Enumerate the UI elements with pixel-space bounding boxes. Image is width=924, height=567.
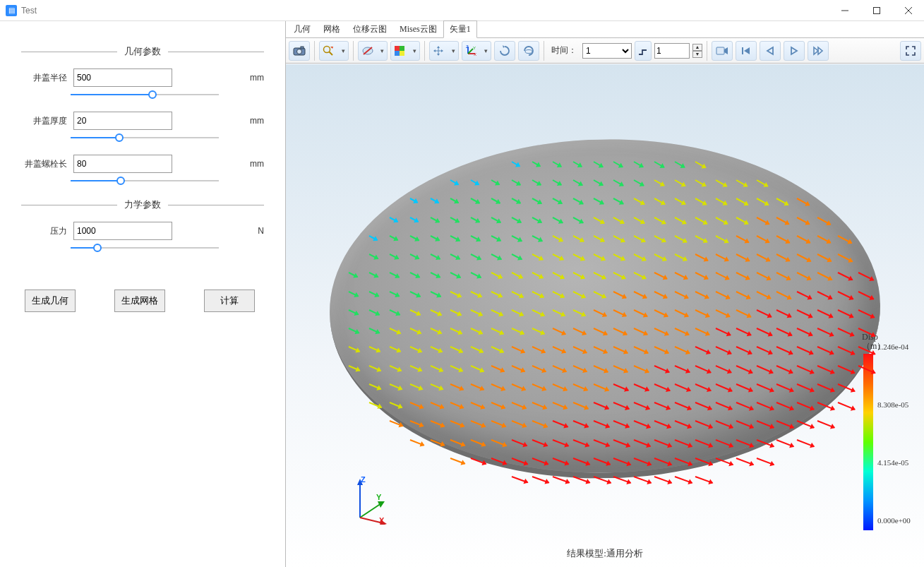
pressure-label: 压力 <box>21 225 71 237</box>
svg-line-27 <box>360 503 381 518</box>
pressure-unit: N <box>243 226 264 236</box>
vector-arrow <box>450 458 466 465</box>
svg-text:Y: Y <box>473 46 476 50</box>
legend-tick: 1.246e-04 <box>877 342 911 351</box>
vector-arrow <box>695 476 713 484</box>
pressure-slider[interactable] <box>71 243 219 253</box>
vector-arrow <box>409 439 424 446</box>
vector-arrow <box>675 476 692 484</box>
axis-z-label: Z <box>361 475 366 484</box>
bolt-input[interactable] <box>73 155 172 173</box>
tab-3[interactable]: Mises云图 <box>393 20 443 38</box>
svg-point-5 <box>297 49 302 54</box>
svg-rect-24 <box>716 47 724 54</box>
calculate-button[interactable]: 计算 <box>204 290 255 312</box>
viewport-3d[interactable]: Z Y X Disp（m） 1.246e-04 8.308e-05 4.154e… <box>286 64 924 567</box>
axis-x-label: X <box>379 516 384 525</box>
move-icon[interactable] <box>429 41 459 61</box>
play-icon[interactable] <box>784 41 805 61</box>
svg-rect-25 <box>742 47 743 54</box>
zoom-icon[interactable] <box>319 41 349 61</box>
app-icon: ▤ <box>6 5 17 16</box>
radius-input[interactable] <box>73 68 172 87</box>
tab-2[interactable]: 位移云图 <box>347 20 393 38</box>
legend-tick: 4.154e-05 <box>877 458 911 467</box>
thickness-label: 井盖厚度 <box>21 115 71 127</box>
step-toggle-icon[interactable] <box>635 41 652 61</box>
svg-line-19 <box>468 49 473 54</box>
vector-arrow <box>552 476 569 483</box>
close-button[interactable] <box>892 0 924 21</box>
titlebar: ▤ Test <box>0 0 924 21</box>
svg-rect-6 <box>301 47 304 49</box>
tab-4[interactable]: 矢量1 <box>443 20 477 38</box>
orbit-ccw-icon[interactable] <box>518 41 539 61</box>
window-title: Test <box>21 6 37 16</box>
thickness-unit: mm <box>243 116 264 126</box>
camera-icon[interactable] <box>289 41 310 61</box>
orbit-cw-icon[interactable] <box>494 41 515 61</box>
axes-icon[interactable]: ZXY <box>462 41 491 61</box>
bolt-label: 井盖螺栓长 <box>21 158 71 170</box>
vector-arrow <box>512 476 528 483</box>
next-frame-icon[interactable] <box>808 41 829 61</box>
cube-color-icon[interactable] <box>390 41 420 61</box>
vector-arrow <box>776 439 794 447</box>
svg-rect-1 <box>873 7 880 13</box>
svg-point-7 <box>324 46 330 52</box>
parameters-panel: 几何参数 井盖半径 mm 井盖厚度 mm 井盖螺栓长 <box>0 21 286 567</box>
radius-unit: mm <box>243 73 264 83</box>
maximize-button[interactable] <box>860 0 892 21</box>
vector-arrow <box>838 402 856 410</box>
axis-y-label: Y <box>376 493 381 501</box>
fullscreen-icon[interactable] <box>900 41 921 61</box>
thickness-slider[interactable] <box>71 133 219 143</box>
bolt-unit: mm <box>243 159 264 169</box>
visibility-icon[interactable] <box>358 41 388 61</box>
vector-arrow <box>817 421 835 429</box>
svg-rect-11 <box>395 46 400 51</box>
record-icon[interactable] <box>712 41 733 61</box>
svg-rect-13 <box>395 51 400 56</box>
svg-rect-14 <box>400 51 404 56</box>
bolt-slider[interactable] <box>71 176 219 186</box>
pressure-input[interactable] <box>73 222 172 240</box>
axis-triad: Z Y X <box>349 475 392 525</box>
vector-arrow <box>654 476 672 484</box>
legend-tick: 0.000e+00 <box>877 516 911 525</box>
result-tabs: 几何网格位移云图Mises云图矢量1 <box>286 21 924 38</box>
time-select[interactable]: 1 <box>582 43 632 59</box>
minimize-button[interactable] <box>829 0 860 21</box>
generate-geometry-button[interactable]: 生成几何 <box>25 290 76 312</box>
vector-arrow <box>634 476 652 484</box>
svg-line-8 <box>330 52 333 55</box>
svg-text:Z: Z <box>466 45 469 49</box>
viewport-footer: 结果模型:通用分析 <box>286 547 924 560</box>
section-geometry-title: 几何参数 <box>21 45 264 58</box>
svg-rect-12 <box>400 46 404 51</box>
prev-frame-icon[interactable] <box>760 41 781 61</box>
vector-arrow <box>756 458 774 465</box>
vector-arrow <box>736 458 753 465</box>
viewport-toolbar: ZXY 时间： 1 ▲▼ <box>286 38 924 64</box>
svg-text:X: X <box>474 52 476 56</box>
radius-slider[interactable] <box>71 90 219 100</box>
generate-mesh-button[interactable]: 生成网格 <box>114 290 165 312</box>
svg-point-23 <box>525 49 532 53</box>
time-label: 时间： <box>548 44 580 56</box>
section-mechanics-title: 力学参数 <box>21 198 264 211</box>
first-frame-icon[interactable] <box>736 41 757 61</box>
thickness-input[interactable] <box>73 112 172 130</box>
tab-1[interactable]: 网格 <box>317 20 347 38</box>
step-spinner[interactable]: ▲▼ <box>692 44 702 58</box>
radius-label: 井盖半径 <box>21 72 71 84</box>
tab-0[interactable]: 几何 <box>287 20 317 38</box>
color-legend: Disp（m） 1.246e-04 8.308e-05 4.154e-05 0.… <box>862 333 911 530</box>
vector-arrow <box>797 439 815 447</box>
step-input[interactable] <box>654 43 690 59</box>
vector-arrow <box>532 476 549 483</box>
legend-tick: 8.308e-05 <box>877 400 911 409</box>
